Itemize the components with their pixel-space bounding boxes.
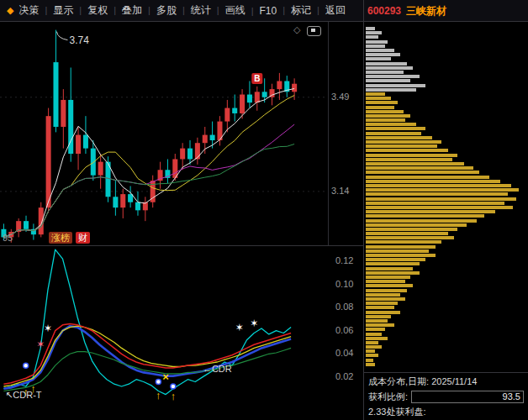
cost-bar — [366, 271, 420, 275]
diamond-icon[interactable]: ◇ — [293, 24, 300, 35]
menu-item-f10[interactable]: F10 — [246, 5, 277, 17]
profit-at-price-line: 2.33处获利盘: — [368, 406, 524, 418]
cost-bar — [366, 337, 388, 340]
cost-bar — [366, 267, 413, 270]
indicator-label: ↖CDR-T — [5, 390, 42, 400]
candlestick-plot[interactable]: B3.74 — [0, 22, 328, 245]
signal-x-icon: × — [162, 370, 169, 383]
cost-bar — [366, 75, 420, 78]
indicator-axis: 0.120.100.080.060.040.02 — [334, 246, 362, 420]
cost-distribution-panel — [364, 22, 528, 372]
candle-body — [39, 207, 44, 234]
cost-bar — [366, 293, 400, 297]
menu-item-display[interactable]: 显示 — [39, 3, 73, 18]
cost-bar — [366, 345, 382, 349]
menu-item-decision[interactable]: 决策 — [18, 3, 39, 18]
indicator-tick: 0.06 — [335, 325, 353, 335]
cost-bar — [366, 40, 388, 44]
cost-bar — [366, 249, 429, 253]
stock-name[interactable]: 三峡新材 — [406, 4, 446, 18]
cost-bar — [366, 84, 425, 87]
cost-bar — [366, 197, 516, 201]
cost-bar — [366, 254, 436, 257]
cost-bar — [366, 66, 413, 70]
menu-item-drawline[interactable]: 画线 — [211, 3, 246, 18]
cost-distribution-bars — [366, 27, 524, 367]
signal-arrow-up-icon: ↑ — [171, 390, 177, 402]
indicator-tick: 0.10 — [335, 279, 353, 289]
signal-arrow-up-icon: ↑ — [156, 389, 161, 402]
cost-bar — [366, 192, 508, 196]
cost-bar — [366, 214, 484, 218]
menu-item-statistics[interactable]: 统计 — [177, 3, 211, 18]
cost-bar — [366, 49, 394, 52]
candle-body — [91, 149, 96, 176]
candle-body — [46, 116, 51, 207]
cost-bar — [366, 319, 388, 323]
cost-bar — [366, 136, 432, 139]
candle-body — [255, 92, 260, 102]
menu-item-adjust[interactable]: 复权 — [73, 3, 108, 18]
cost-bar — [366, 236, 454, 239]
cost-bar — [366, 245, 436, 249]
cost-bar — [366, 57, 391, 60]
candle-body — [180, 149, 185, 160]
candle-body — [120, 194, 125, 207]
menu-item-back[interactable]: 返回 — [311, 3, 346, 18]
cost-bar — [366, 132, 421, 135]
menu-item-overlay[interactable]: 叠加 — [108, 3, 142, 18]
signal-dot-icon — [171, 384, 176, 389]
candle-body — [98, 162, 103, 176]
cost-bar — [366, 180, 500, 183]
indicator-label: ←CDR — [203, 364, 232, 374]
candle-body — [203, 135, 208, 144]
cost-bar — [366, 79, 410, 82]
cost-bar — [366, 166, 473, 170]
indicator-tick: 0.08 — [335, 302, 353, 312]
cost-info-panel: 成本分布,日期: 2025/11/14 获利比例: 93.5 2.33处获利盘: — [364, 373, 528, 420]
candle-body — [61, 100, 66, 127]
cost-bar — [366, 53, 400, 56]
stock-info[interactable]: 600293 三峡新材 — [367, 0, 446, 22]
cost-bar — [366, 306, 394, 309]
signal-dot-icon — [24, 363, 29, 368]
indicator-tick: 0.12 — [335, 255, 353, 265]
toolbar: ◆ 决策 显示 复权 叠加 多股 统计 画线 F10 标记 返回 600293 … — [0, 0, 528, 22]
cost-bar — [366, 228, 457, 231]
cost-bar — [366, 123, 416, 126]
cost-bar — [366, 158, 452, 161]
cost-bar — [366, 45, 385, 48]
stock-app-window: ◆ 决策 显示 复权 叠加 多股 统计 画线 F10 标记 返回 600293 … — [0, 0, 528, 420]
cost-bar — [366, 154, 457, 157]
signal-flower-icon: ✶ — [36, 339, 45, 350]
candle-body — [232, 108, 237, 113]
cost-bar — [366, 289, 407, 292]
profit-ratio-label: 获利比例: — [368, 391, 408, 403]
mini-window-icon[interactable] — [307, 26, 321, 36]
cost-bar — [366, 262, 420, 265]
candlestick-chart-panel[interactable]: B3.74 3.493.14 95 涨榜 财 ◇ — [0, 22, 363, 245]
menu-item-multistock[interactable]: 多股 — [142, 3, 177, 18]
cost-bar — [366, 127, 425, 130]
candle-body — [83, 135, 88, 149]
tag-row: 涨榜 财 — [49, 232, 90, 244]
tag-rank[interactable]: 涨榜 — [49, 232, 72, 244]
cost-bar — [366, 171, 479, 174]
candle-body — [277, 81, 282, 90]
cost-bar — [366, 311, 400, 314]
cost-bar — [366, 354, 378, 357]
cost-bar — [366, 144, 437, 148]
cost-bar — [366, 240, 441, 244]
indicator-plot[interactable]: ↑↑✶✶↑×↑✶✶↖CDR-T←CDR — [0, 246, 339, 420]
candle-body — [24, 221, 29, 229]
cost-bar — [366, 88, 416, 92]
menu-item-mark[interactable]: 标记 — [277, 3, 311, 18]
stock-code[interactable]: 600293 — [367, 5, 401, 17]
cost-bar — [366, 210, 495, 213]
candle-body — [292, 84, 297, 92]
tag-finance[interactable]: 财 — [76, 232, 90, 244]
cost-bar — [366, 97, 391, 100]
cost-bar — [366, 62, 407, 66]
indicator-panel[interactable]: ↑↑✶✶↑×↑✶✶↖CDR-T←CDR 0.120.100.080.060.04… — [0, 246, 363, 420]
candle-body — [53, 62, 58, 127]
